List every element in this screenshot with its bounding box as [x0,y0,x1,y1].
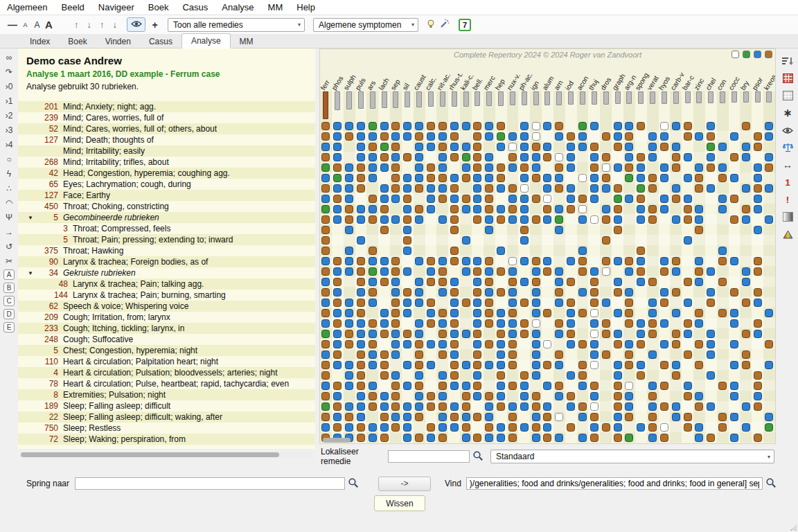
remedy-dot[interactable] [637,330,645,338]
remedy-dot[interactable] [765,215,773,224]
remedy-dot[interactable] [567,278,575,286]
remedy-dot[interactable] [590,299,598,307]
remedy-dot[interactable] [578,340,587,348]
arc-symbol-icon[interactable]: ◠ [0,195,18,210]
remedy-dot[interactable] [391,163,400,172]
remedy-dot[interactable] [333,299,342,307]
remedy-dot[interactable] [497,423,505,432]
remedy-dot[interactable] [742,299,750,307]
remedy-dot[interactable] [520,122,529,130]
remedy-dot[interactable] [508,361,517,369]
remedy-dot[interactable] [707,402,715,411]
remedy-dot[interactable] [345,247,353,255]
remedy-dot[interactable] [707,288,715,296]
remedy-dot[interactable] [602,184,610,193]
remedy-dot[interactable] [450,402,459,411]
remedy-dot[interactable] [614,288,622,296]
remedy-dot[interactable] [730,413,738,421]
remedy-dot[interactable] [730,257,738,265]
remedy-dot[interactable] [648,153,657,161]
remedy-dot[interactable] [321,226,330,234]
remedy-dot[interactable] [391,143,400,151]
remedy-dot[interactable] [637,215,645,224]
remedy-dot[interactable] [578,215,587,224]
remedy-dot[interactable] [497,371,505,380]
remedy-dot[interactable] [450,226,459,234]
rubric-row[interactable]: ▼34Gekruiste rubrieken [18,267,315,278]
remedy-dot[interactable] [427,309,435,317]
analysis-settings-button[interactable] [424,17,438,32]
remedy-dot[interactable] [369,163,377,172]
remedy-dot[interactable] [602,215,610,224]
find-input[interactable] [466,477,763,490]
remedy-dot[interactable] [427,319,435,328]
remedy-dot[interactable] [485,423,493,432]
remedy-dot[interactable] [520,319,529,328]
remedy-dot[interactable] [684,236,692,245]
remedy-dot[interactable] [590,195,598,203]
remedy-dot[interactable] [765,309,773,317]
localize-remedy-input[interactable] [388,450,470,463]
remedy-dot[interactable] [321,195,330,203]
remedy-dot[interactable] [648,299,657,307]
legend-swatch[interactable] [754,51,761,58]
remedy-dot[interactable] [637,319,645,328]
remedy-dot[interactable] [555,392,563,400]
remedy-dot[interactable] [427,361,435,369]
remedy-dot[interactable] [369,267,377,276]
remedy-dot[interactable] [672,330,680,338]
remedy-dot[interactable] [415,288,423,296]
remedy-dot[interactable] [357,330,365,338]
remedy-dot[interactable] [614,257,622,265]
remedy-dot[interactable] [391,184,400,193]
remedy-dot[interactable] [590,174,598,182]
remedy-dot[interactable] [345,319,353,328]
remedy-dot[interactable] [391,174,400,182]
remedy-dot[interactable] [707,351,715,359]
remedy-dot[interactable] [321,278,330,286]
remedy-dot[interactable] [485,184,493,193]
remedy-dot[interactable] [391,122,400,130]
remedy-dot[interactable] [672,413,680,421]
remedy-dot[interactable] [473,340,481,348]
remedy-dot[interactable] [672,143,680,151]
remedy-dot[interactable] [684,382,692,390]
remedy-dot[interactable] [648,330,657,338]
remedy-dot[interactable] [403,174,411,182]
remedy-dot[interactable] [590,319,598,328]
tab-analyse[interactable]: Analyse [181,33,231,48]
remedy-dot[interactable] [742,143,750,151]
remedy-dot[interactable] [684,195,692,203]
remedy-dot[interactable] [625,143,633,151]
rubric-row[interactable]: 48Larynx & trachea; Pain; talking agg. [18,278,315,290]
remedy-dot[interactable] [321,371,330,380]
remedy-dot[interactable] [391,257,400,265]
remedy-dot[interactable] [427,423,435,432]
remedy-dot[interactable] [450,174,459,182]
link-icon[interactable]: ∞ [0,50,18,64]
remedy-dot[interactable] [695,163,703,172]
remedy-dot[interactable] [485,215,493,224]
remedy-dot[interactable] [625,267,633,276]
remedy-dot[interactable] [684,319,692,328]
remedy-dot[interactable] [508,351,517,359]
arrow-symbol-icon[interactable]: → [0,224,18,239]
remedy-dot[interactable] [391,402,400,411]
remedy-dot[interactable] [415,163,423,172]
remedy-dot[interactable] [450,195,459,203]
remedy-dot[interactable] [602,132,610,141]
remedy-dot[interactable] [427,299,435,307]
remedy-dot[interactable] [438,330,447,338]
remedy-dot[interactable] [380,371,389,380]
remedy-dot[interactable] [333,132,342,141]
remedy-dot[interactable] [532,122,540,130]
remedy-dot[interactable] [754,319,762,328]
remedy-dot[interactable] [473,257,481,265]
remedy-dot[interactable] [462,257,470,265]
remedy-dot[interactable] [391,215,400,224]
remedy-dot[interactable] [520,226,529,234]
remedy-dot[interactable] [391,132,400,141]
remedy-dot[interactable] [648,184,657,193]
rubric-row[interactable]: 239Mind; Cares, worries, full of [18,112,315,123]
remedy-dot[interactable] [590,382,598,390]
